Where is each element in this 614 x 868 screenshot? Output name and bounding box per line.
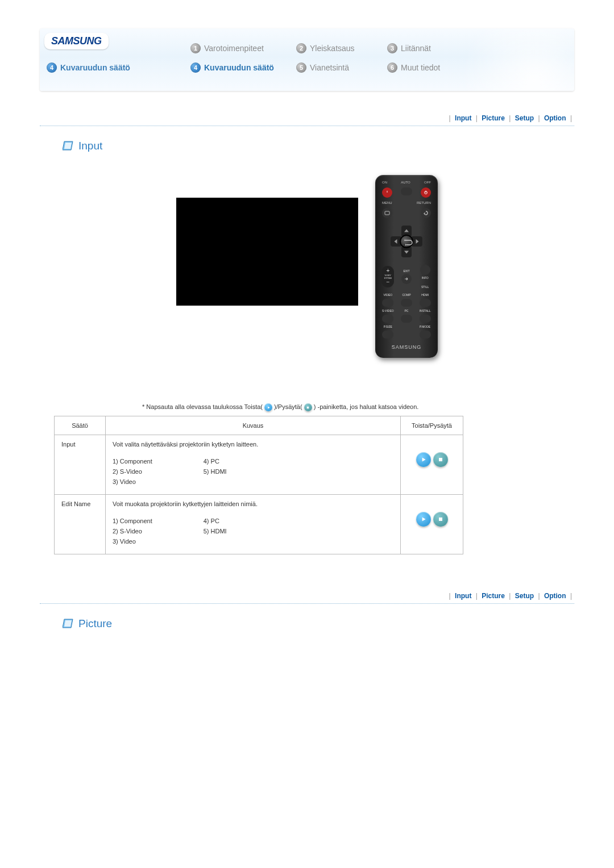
th-desc: Kuvaus xyxy=(106,416,401,435)
opt: 2) S-Video xyxy=(113,528,152,535)
tab-option[interactable]: Option xyxy=(544,114,566,122)
stop-button[interactable] xyxy=(433,512,448,527)
section-icon xyxy=(63,618,74,629)
remote-power-on-button[interactable] xyxy=(382,187,392,198)
remote-vkeystone-rocker[interactable]: + V.KEY STONE − xyxy=(381,266,394,287)
svg-marker-12 xyxy=(422,517,425,521)
chapter-link-5[interactable]: 5 Vianetsintä xyxy=(296,62,387,73)
tab-input[interactable]: Input xyxy=(455,114,471,122)
chapter-number-icon: 4 xyxy=(47,62,57,73)
remote-dpad xyxy=(381,222,432,261)
remote-auto-button[interactable] xyxy=(401,187,412,195)
tab-input[interactable]: Input xyxy=(455,592,471,600)
row-playstop-cell xyxy=(401,495,463,554)
chapter-link-2[interactable]: 2 Yleiskatsaus xyxy=(296,43,387,53)
th-playstop: Toista/Pysäytä xyxy=(401,416,463,435)
remote-label-pc: PC xyxy=(405,309,409,312)
stop-icon xyxy=(304,403,312,411)
remote-label-off: OFF xyxy=(424,181,431,184)
tab-setup[interactable]: Setup xyxy=(515,592,534,600)
remote-install-button[interactable] xyxy=(420,315,431,323)
opt: 5) HDMI xyxy=(204,468,227,475)
note-suffix: ) -painiketta, jos haluat katsoa videon. xyxy=(314,403,419,410)
chapter-link-4[interactable]: 4 Kuvaruudun säätö xyxy=(190,62,296,73)
remote-menu-button[interactable] xyxy=(382,208,392,218)
table-row: Input Voit valita näytettäväksi projekto… xyxy=(55,435,463,495)
number-badge-icon: 6 xyxy=(387,62,397,73)
row-options: 1) Component 2) S-Video 3) Video 4) PC 5… xyxy=(113,518,393,548)
remote-pc-button[interactable] xyxy=(401,315,412,323)
note-prefix: * Napsauta alla olevassa taulukossa Tois… xyxy=(142,403,263,410)
brand-logo-text: SAMSUNG xyxy=(51,35,102,47)
play-button[interactable] xyxy=(416,452,431,467)
row-desc-cell: Voit muokata projektoriin kytkettyjen la… xyxy=(106,495,401,554)
chapter-link-label: Varotoimenpiteet xyxy=(204,44,264,53)
row-desc-cell: Voit valita näytettäväksi projektoriin k… xyxy=(106,435,401,495)
tab-picture[interactable]: Picture xyxy=(482,592,505,600)
number-badge-icon: 5 xyxy=(296,62,306,73)
opt: 4) PC xyxy=(204,458,227,465)
remote-video-button[interactable] xyxy=(382,299,393,307)
section-heading-text: Picture xyxy=(78,617,112,630)
row-desc: Voit valita näytettäväksi projektoriin k… xyxy=(113,441,393,448)
chapter-link-label: Liitännät xyxy=(401,44,431,53)
table-header-row: Säätö Kuvaus Toista/Pysäytä xyxy=(55,416,463,435)
remote-hdmi-button[interactable] xyxy=(420,299,431,307)
remote-label-exit: EXIT xyxy=(403,269,409,273)
stop-button[interactable] xyxy=(433,452,448,467)
tv-preview xyxy=(176,198,358,306)
chapter-link-label: Kuvaruudun säätö xyxy=(204,63,274,72)
remote-dpad-ok[interactable] xyxy=(400,235,413,248)
remote-return-button[interactable] xyxy=(421,208,431,218)
svg-rect-5 xyxy=(385,211,389,215)
chapter-link-1[interactable]: 1 Varotoimenpiteet xyxy=(190,43,296,53)
note-mid: )/Pysäytä( xyxy=(274,403,302,410)
remote-comp-button[interactable] xyxy=(401,299,412,307)
svg-marker-1 xyxy=(64,143,72,149)
brand-logo: SAMSUNG xyxy=(44,33,109,49)
opt: 4) PC xyxy=(204,518,227,524)
tab-setup[interactable]: Setup xyxy=(515,114,534,122)
features-table: Säätö Kuvaus Toista/Pysäytä Input Voit v… xyxy=(54,416,463,554)
section-tabs: | Input | Picture | Setup | Option | xyxy=(40,589,574,604)
remote-label-still: STILL xyxy=(421,285,429,289)
remote-pmode-button[interactable] xyxy=(420,331,431,339)
remote-psize-button[interactable] xyxy=(382,331,393,339)
remote-exit-button[interactable] xyxy=(401,274,412,284)
remote-label-video: VIDEO xyxy=(384,293,393,297)
remote-power-off-button[interactable] xyxy=(421,187,431,198)
opt: 5) HDMI xyxy=(204,528,227,535)
section-heading-input: Input xyxy=(63,140,574,152)
svg-marker-15 xyxy=(64,620,72,627)
svg-rect-9 xyxy=(307,406,309,408)
number-badge-icon: 1 xyxy=(190,43,201,53)
chapter-link-6[interactable]: 6 Muut tiedot xyxy=(387,62,472,73)
remote-brand-text: SAMSUNG xyxy=(392,344,422,350)
remote-label-psize: P.SIZE xyxy=(384,325,392,328)
remote-label-on: ON xyxy=(382,181,387,184)
remote-control: ON AUTO OFF MENU RETURN xyxy=(375,175,438,358)
remote-info-button[interactable] xyxy=(420,265,430,275)
table-note: * Napsauta alla olevassa taulukossa Tois… xyxy=(142,403,574,411)
chapter-link-3[interactable]: 3 Liitännät xyxy=(387,43,472,53)
row-desc: Voit muokata projektoriin kytkettyjen la… xyxy=(113,500,393,507)
section-icon xyxy=(63,140,74,152)
svg-rect-13 xyxy=(439,518,442,521)
remote-svideo-button[interactable] xyxy=(382,315,393,323)
svg-rect-11 xyxy=(439,458,442,461)
current-chapter: 4 Kuvaruudun säätö xyxy=(47,62,130,73)
play-icon xyxy=(264,403,272,411)
remote-label-menu: MENU xyxy=(382,201,392,205)
number-badge-icon: 3 xyxy=(387,43,397,53)
opt: 2) S-Video xyxy=(113,468,152,475)
remote-label-comp: COMP xyxy=(402,293,410,297)
remote-label-install: INSTALL xyxy=(420,309,431,312)
tab-option[interactable]: Option xyxy=(544,592,566,600)
remote-label-auto: AUTO xyxy=(401,181,410,184)
play-button[interactable] xyxy=(416,512,431,527)
remote-label-pmode: P.MODE xyxy=(420,325,430,328)
number-badge-icon: 2 xyxy=(296,43,306,53)
svg-marker-7 xyxy=(405,244,406,246)
opt: 1) Component xyxy=(113,458,152,465)
tab-picture[interactable]: Picture xyxy=(482,114,505,122)
